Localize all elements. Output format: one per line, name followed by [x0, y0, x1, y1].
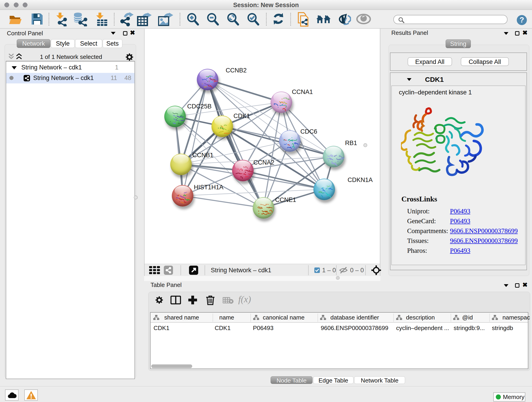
svg-text:?: ? [519, 16, 524, 24]
